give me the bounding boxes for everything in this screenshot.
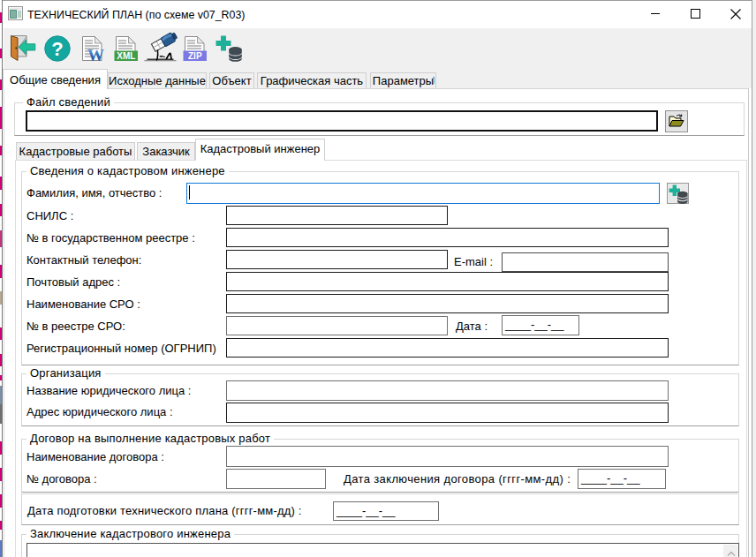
svg-text:ZIP: ZIP: [188, 51, 202, 61]
svg-text:XML: XML: [117, 51, 135, 61]
svg-text:W: W: [87, 46, 104, 64]
svg-text:?: ?: [51, 38, 63, 60]
